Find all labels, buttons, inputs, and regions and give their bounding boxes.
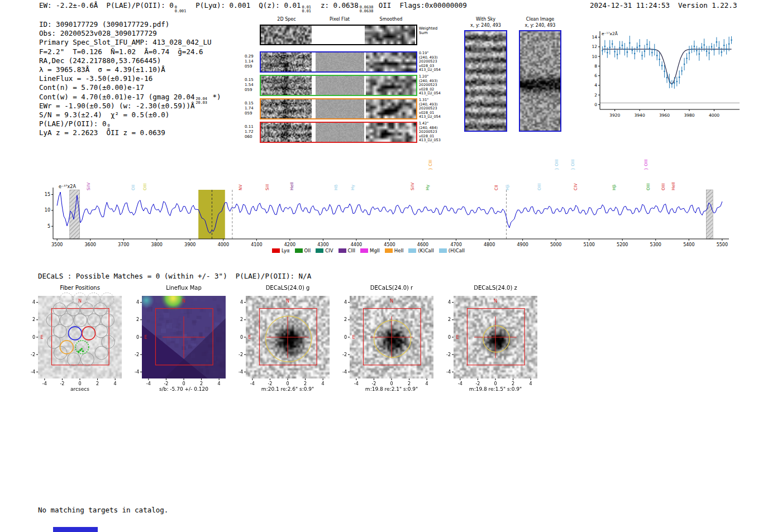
info-line: F=2.2" T=0.126 N̄=1.02 Ā=0.74 ḡ=24.6 (39, 47, 221, 56)
svg-text:5300: 5300 (650, 242, 661, 247)
spec2d-col-header: Smoothed (380, 17, 403, 22)
info-line: LineFlux = -3.50(±0.91)e-16 (39, 74, 221, 83)
emission-line-label-SiIV: SiIV (86, 183, 91, 190)
emission-line-label-OIII: OIII (537, 183, 542, 190)
svg-text:4000: 4000 (709, 113, 719, 118)
svg-text:N: N (78, 299, 82, 304)
info-line: Obs: 20200523v028_3090177729 (39, 29, 221, 38)
emission-line-label-OIII: OIII (661, 183, 666, 190)
svg-text:4: 4 (136, 300, 139, 305)
sky-panel-title: With Sky (476, 17, 495, 22)
value-bounds: 0.06380.0638 (360, 6, 374, 13)
emission-line-label-OIII: OIII (142, 183, 147, 190)
spec2d-row-right-label: 1.42"(240, 484)20200523v028_01413_LU_053 (419, 122, 446, 143)
emission-line-label-Hδ: Hδ (333, 185, 338, 190)
smoothed-image (366, 123, 416, 142)
header-summary-line: EW: -2.2±-0.6Å P(LAE)/P(OII): 000.001 P(… (39, 1, 467, 13)
svg-text:4000: 4000 (218, 242, 229, 247)
report-version: Version 1.22.3 (678, 1, 737, 9)
svg-text:4: 4 (594, 83, 597, 88)
spacer (670, 1, 678, 9)
info-line: EWr = -1.90(±0.50) (w: -2.30(±0.59))Å (39, 102, 221, 111)
legend-item: (K)CaII (408, 248, 433, 253)
clean-image (520, 31, 560, 131)
svg-text:10: 10 (45, 208, 50, 213)
svg-text:0: 0 (240, 335, 243, 340)
smoothed-image (366, 52, 416, 71)
weighted-sum-smoothed-image (365, 26, 415, 44)
svg-text:2: 2 (512, 381, 514, 386)
emission-line-label-OII: OII (131, 185, 136, 190)
smoothed-image (366, 99, 416, 118)
svg-text:N: N (182, 299, 185, 304)
svg-text:3600: 3600 (85, 242, 96, 247)
weighted-sum-label: WeightedSum (419, 26, 437, 35)
svg-text:3900: 3900 (184, 242, 196, 247)
svg-text:4400: 4400 (351, 242, 362, 247)
svg-text:0: 0 (448, 335, 451, 340)
svg-text:4: 4 (344, 300, 347, 305)
svg-text:N: N (286, 299, 289, 304)
svg-text:4: 4 (448, 300, 451, 305)
svg-text:-2: -2 (475, 381, 480, 386)
legend-item: CIV (316, 248, 333, 253)
pixel-flat-image (316, 52, 364, 71)
legend-swatch (360, 248, 368, 253)
svg-text:4: 4 (240, 300, 243, 305)
spec2d-row-left-label: 0.151.74059 (245, 101, 258, 116)
svg-text:2: 2 (32, 317, 35, 322)
svg-text:E: E (249, 335, 251, 340)
svg-text:2: 2 (240, 317, 243, 322)
emission-line-label-HeII: HeII (671, 182, 676, 190)
svg-text:0: 0 (32, 335, 35, 340)
legend-swatch (272, 248, 280, 253)
svg-text:4: 4 (218, 381, 221, 386)
spec2d-row-left-label: 0.291.14059 (245, 54, 258, 69)
svg-text:E: E (456, 335, 459, 340)
svg-text:5500: 5500 (717, 242, 728, 247)
svg-text:-4: -4 (31, 370, 35, 375)
emission-line-label-Hγ: Hγ (350, 185, 355, 190)
spec2d-image (261, 76, 312, 95)
svg-text:E: E (41, 335, 44, 340)
spec2d-row-left-label: 0.111.72060 (245, 124, 258, 140)
legend-swatch (385, 248, 393, 253)
svg-text:4: 4 (114, 381, 117, 386)
info-line: LyA z = 2.2623 OII z = 0.0639 (39, 128, 221, 137)
svg-text:-4: -4 (354, 381, 359, 386)
svg-text:-4: -4 (446, 370, 451, 375)
header-datetime-version: 2024-12-31 11:24:53 Version 1.22.3 (590, 1, 737, 9)
legend-item: Lyα (272, 248, 290, 253)
svg-text:-4: -4 (342, 370, 347, 375)
svg-text:2: 2 (96, 381, 99, 386)
svg-text:0: 0 (344, 335, 347, 340)
legend-item: OII (295, 248, 311, 253)
svg-text:3920: 3920 (609, 113, 620, 118)
spec2d-col-header: Pixel Flat (330, 17, 350, 22)
svg-text:E: E (352, 335, 355, 340)
emission-line-label-OIII: } OIII (554, 159, 559, 170)
svg-text:N: N (494, 299, 497, 304)
svg-text:0: 0 (136, 335, 139, 340)
svg-text:-2: -2 (446, 352, 451, 357)
legend-item: HeII (385, 248, 404, 253)
emission-line-label-Hγ: Hγ (425, 185, 430, 190)
svg-text:4: 4 (32, 300, 35, 305)
svg-text:5000: 5000 (550, 242, 561, 247)
cutout-overlay-svg: -4-4-2-2002244NE (436, 280, 564, 397)
svg-text:-4: -4 (146, 381, 151, 386)
svg-text:-4: -4 (458, 381, 462, 386)
svg-text:2: 2 (448, 317, 451, 322)
svg-text:3500: 3500 (51, 242, 63, 247)
svg-text:4: 4 (426, 381, 428, 386)
legend-swatch (408, 248, 416, 253)
info-line: Primary Spec_Slot_IFU_AMP: 413_028_042_L… (39, 38, 221, 47)
pixel-flat-image (316, 76, 364, 95)
svg-text:-4: -4 (239, 370, 243, 375)
svg-text:-2: -2 (60, 381, 64, 386)
spec2d-image (261, 52, 312, 71)
legend-swatch (295, 248, 303, 253)
svg-text:3800: 3800 (151, 242, 163, 247)
info-line: Cont(n) = 5.70(±0.00)e-17 (39, 83, 221, 92)
svg-text:3700: 3700 (118, 242, 129, 247)
